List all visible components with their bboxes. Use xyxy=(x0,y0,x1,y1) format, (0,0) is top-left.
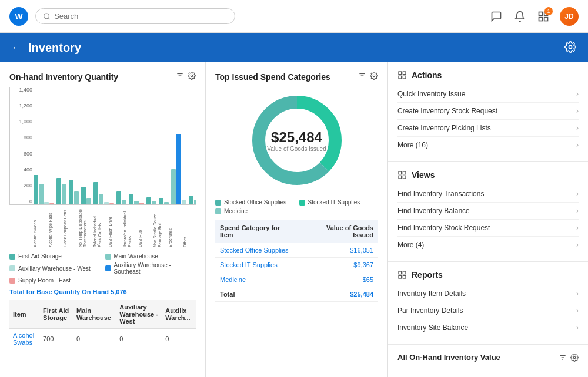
bottom-gear-icon[interactable] xyxy=(570,354,579,362)
bar-group-8 xyxy=(146,197,156,204)
back-button[interactable]: ← xyxy=(12,42,21,53)
spend-category-3[interactable]: Medicine xyxy=(215,272,299,287)
notification-badge: 1 xyxy=(544,7,553,15)
view-transactions[interactable]: Find Inventory Transactions › xyxy=(397,186,579,203)
spend-category-2[interactable]: Stocked IT Supplies xyxy=(215,258,299,272)
legend-dot-4 xyxy=(105,265,111,271)
views-title: Views xyxy=(397,170,579,180)
legend-dot-1 xyxy=(9,254,15,260)
bell-nav-icon[interactable] xyxy=(513,9,527,23)
donut-chart-icons xyxy=(358,72,378,82)
nav-icons: 1 JD xyxy=(489,7,579,26)
bar-group-7 xyxy=(129,194,144,204)
bar-group-10 xyxy=(171,134,186,204)
chart-icon-group xyxy=(176,72,196,82)
search-bar[interactable] xyxy=(35,8,235,24)
spend-category-1[interactable]: Stocked Office Supplies xyxy=(215,243,299,258)
donut-chart-container: $25,484 Value of Goods Issued xyxy=(215,87,378,193)
svg-rect-25 xyxy=(399,271,402,274)
svg-line-1 xyxy=(48,18,49,19)
chevron-right-icon: › xyxy=(576,107,579,115)
col-first-aid: First Aid Storage xyxy=(39,300,73,329)
svg-rect-5 xyxy=(544,17,548,21)
report-item-details[interactable]: Inventory Item Details › xyxy=(397,285,579,302)
view-stock-request[interactable]: Find Inventory Stock Request › xyxy=(397,220,579,237)
views-icon xyxy=(397,170,407,180)
col-item: Item xyxy=(9,300,39,329)
search-input[interactable] xyxy=(54,12,228,21)
svg-point-6 xyxy=(569,45,572,48)
bar-group-2 xyxy=(56,178,66,204)
svg-rect-2 xyxy=(539,12,543,15)
right-panel: Actions Quick Inventory Issue › Create I… xyxy=(388,62,588,377)
donut-value: $25,484 xyxy=(267,129,326,146)
legend-item-2: Main Warehouse xyxy=(105,253,196,260)
search-icon xyxy=(43,12,51,21)
donut-legend: Stocked Office Supplies Stocked IT Suppl… xyxy=(215,199,378,214)
col-aux-south: Auxilix Wareh... xyxy=(162,300,196,329)
view-more[interactable]: More (4) › xyxy=(397,237,579,253)
svg-rect-23 xyxy=(399,176,402,179)
donut-label: Value of Goods Issued xyxy=(267,146,326,152)
sub-header-right xyxy=(564,41,576,55)
settings-icon[interactable] xyxy=(564,41,576,53)
y-axis-labels: 1,400 1,200 1,000 800 600 400 200 0 xyxy=(10,87,32,204)
donut-filter-icon[interactable] xyxy=(358,72,366,82)
col-main: Main Warehouse xyxy=(73,300,116,329)
spend-row-3: Medicine $65 xyxy=(215,272,378,287)
svg-point-14 xyxy=(373,75,375,77)
main-content: On-hand Inventory Quantity 1,400 1,200 1… xyxy=(0,62,588,377)
report-site-balance[interactable]: Inventory Site Balance › xyxy=(397,319,579,336)
spend-col-2: Value of Goods Issued xyxy=(299,220,378,243)
apps-nav-icon[interactable]: 1 xyxy=(536,9,550,23)
item-link[interactable]: Alcohol Swabs xyxy=(9,329,39,349)
action-quick-inventory[interactable]: Quick Inventory Issue › xyxy=(397,86,579,103)
table-row: Alcohol Swabs 700 0 0 0 xyxy=(9,329,196,349)
donut-legend-item-1: Stocked Office Supplies xyxy=(215,199,295,206)
view-balance[interactable]: Find Inventory Balance › xyxy=(397,203,579,220)
action-stock-request[interactable]: Create Inventory Stock Request › xyxy=(397,103,579,120)
donut-chart-header: Top Issued Spend Categories xyxy=(215,72,378,82)
avatar[interactable]: JD xyxy=(560,7,579,26)
top-nav: W 1 JD xyxy=(0,0,588,33)
bar-group-6 xyxy=(116,191,126,204)
inventory-table: Item First Aid Storage Main Warehouse Au… xyxy=(9,300,196,349)
svg-rect-28 xyxy=(403,275,406,278)
donut-legend-item-2: Stocked IT Supplies xyxy=(299,199,379,206)
x-axis-labels: Alcohol Swabs Alcohol Wipe Pads Black Ba… xyxy=(9,206,196,247)
spend-total-label: Total xyxy=(215,287,299,302)
svg-rect-26 xyxy=(403,271,406,274)
donut-gear-icon[interactable] xyxy=(370,72,378,82)
svg-rect-21 xyxy=(399,171,402,174)
action-picking-lists[interactable]: Create Inventory Picking Lists › xyxy=(397,120,579,137)
spend-value-3: $65 xyxy=(299,272,378,287)
reports-icon xyxy=(397,270,407,280)
report-par-details[interactable]: Par Inventory Details › xyxy=(397,302,579,319)
page-title: Inventory xyxy=(28,41,81,55)
sub-header: ← Inventory xyxy=(0,33,588,62)
bar-group-9 xyxy=(159,198,169,204)
svg-rect-4 xyxy=(539,17,543,21)
chevron-right-icon: › xyxy=(576,207,579,215)
chart-title: On-hand Inventory Quantity xyxy=(9,72,118,82)
chevron-right-icon: › xyxy=(576,241,579,249)
donut-legend-item-3: Medicine xyxy=(215,208,295,214)
bar-group-other xyxy=(189,196,196,204)
legend-dot-3 xyxy=(9,265,15,271)
chart-filter-icon[interactable] xyxy=(176,72,184,82)
chart-gear-icon[interactable] xyxy=(188,72,196,82)
reports-title: Reports xyxy=(397,270,579,280)
bottom-filter-icon[interactable] xyxy=(559,354,567,362)
svg-rect-22 xyxy=(403,171,406,174)
bar-chart: 1,400 1,200 1,000 800 600 400 200 0 xyxy=(9,87,196,247)
center-panel: Top Issued Spend Categories $25,484 Val xyxy=(206,62,388,377)
chart-legend: First Aid Storage Main Warehouse Auxilia… xyxy=(9,253,196,284)
chevron-right-icon: › xyxy=(576,307,579,315)
svg-rect-18 xyxy=(403,72,406,75)
message-nav-icon[interactable] xyxy=(489,9,503,23)
action-more[interactable]: More (16) › xyxy=(397,137,579,153)
actions-title: Actions xyxy=(397,70,579,80)
actions-section: Actions Quick Inventory Issue › Create I… xyxy=(388,62,588,162)
chevron-right-icon: › xyxy=(576,324,579,332)
bar-group-3 xyxy=(69,180,79,204)
